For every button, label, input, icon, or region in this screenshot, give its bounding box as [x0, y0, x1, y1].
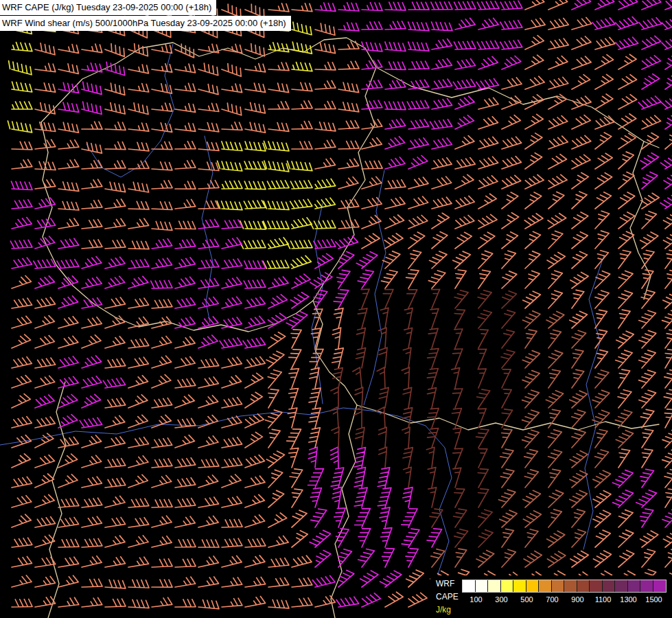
legend: WRF CAPE J/kg 10030050070090011001300150…: [430, 575, 672, 618]
legend-swatch: [590, 580, 603, 592]
country-border: [313, 67, 376, 301]
legend-labels: WRF CAPE J/kg: [436, 577, 459, 617]
legend-swatch: [615, 580, 628, 592]
legend-swatch: [628, 580, 641, 592]
legend-swatch: [463, 580, 476, 592]
legend-swatch: [488, 580, 501, 592]
legend-swatch: [539, 580, 552, 592]
wind-barb-layer-D: [330, 289, 517, 547]
legend-tick: 1100: [595, 595, 612, 604]
weather-map: WRF CAPE (J/kg) Tuesday 23-09-2025 00:00…: [0, 0, 672, 618]
legend-unit-label: J/kg: [436, 604, 459, 617]
legend-swatch: [501, 580, 514, 592]
legend-tick: 700: [546, 595, 558, 604]
legend-swatch: [526, 580, 540, 592]
legend-tick-labels: 100300500700900110013001500: [463, 595, 667, 605]
legend-tick: 100: [470, 595, 482, 604]
legend-variable-label: CAPE: [436, 591, 459, 604]
map-canvas: [0, 0, 672, 618]
legend-tick: 1500: [645, 595, 662, 604]
legend-swatch: [640, 580, 653, 592]
legend-colorbar: [462, 580, 667, 593]
legend-model-label: WRF: [436, 577, 459, 591]
legend-swatch: [564, 580, 577, 592]
legend-swatch: [552, 580, 565, 592]
map-title-wind-shear: WRF Wind shear (m/s) 500/1000hPa Tuesday…: [0, 16, 291, 31]
legend-tick: 500: [520, 595, 533, 604]
legend-swatch: [603, 580, 616, 592]
legend-swatch: [476, 580, 489, 592]
legend-swatch: [577, 580, 590, 592]
legend-tick: 300: [495, 595, 507, 604]
map-title-cape: WRF CAPE (J/kg) Tuesday 23-09-2025 00:00…: [0, 0, 216, 15]
legend-tick: 1300: [620, 595, 636, 604]
legend-swatch: [653, 580, 667, 592]
country-border: [41, 38, 659, 148]
legend-swatch: [513, 580, 526, 592]
legend-tick: 900: [571, 595, 583, 604]
